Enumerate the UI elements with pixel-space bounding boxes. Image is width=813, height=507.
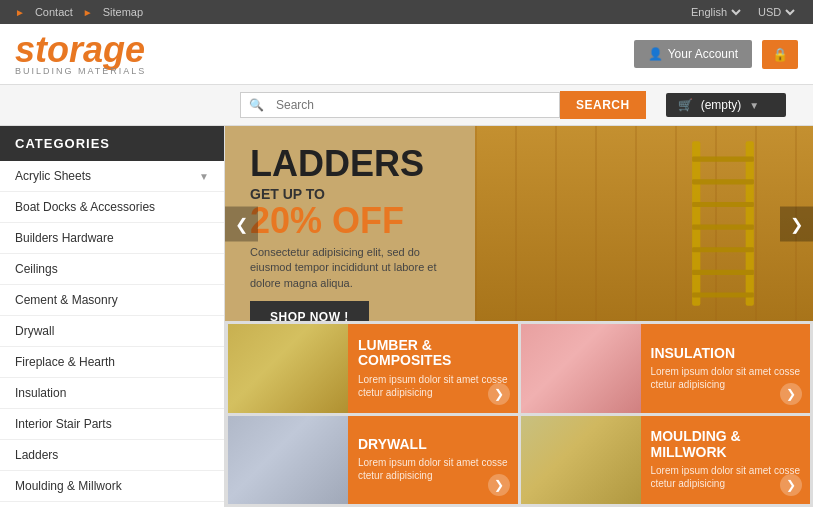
- category-label: Insulation: [15, 386, 66, 400]
- product-description: Lorem ipsum dolor sit amet cosse ctetur …: [358, 373, 508, 399]
- product-card[interactable]: LUMBER & COMPOSITES Lorem ipsum dolor si…: [228, 324, 518, 413]
- logo-subtitle: BUILDING MATERIALS: [15, 66, 146, 76]
- hero-title: LADDERS: [250, 146, 450, 182]
- lock-icon: 🔒: [772, 47, 788, 62]
- svg-rect-4: [692, 202, 754, 207]
- product-title: DRYWALL: [358, 437, 508, 452]
- hero-text: LADDERS GET UP TO 20% OFF Consectetur ad…: [225, 126, 475, 321]
- search-button[interactable]: SEARCH: [560, 91, 646, 119]
- sidebar-category-item[interactable]: Ceilings: [0, 254, 224, 285]
- product-image: [228, 324, 348, 413]
- product-card[interactable]: MOULDING & MILLWORK Lorem ipsum dolor si…: [521, 416, 811, 505]
- content-area: ❮ LADDERS GET UP TO 20% OFF Consectetur …: [225, 126, 813, 507]
- account-button[interactable]: 👤 Your Account: [634, 40, 752, 68]
- cart-icon: 🛒: [678, 98, 693, 112]
- hero-image: [475, 126, 813, 321]
- search-input[interactable]: [272, 93, 559, 117]
- product-image: [521, 416, 641, 505]
- svg-rect-0: [692, 141, 700, 306]
- product-description: Lorem ipsum dolor sit amet cosse ctetur …: [358, 456, 508, 482]
- category-label: Acrylic Sheets: [15, 169, 91, 183]
- product-card-body: LUMBER & COMPOSITES Lorem ipsum dolor si…: [348, 324, 518, 413]
- logo-brand: storage: [15, 32, 146, 68]
- top-bar: ► Contact ► Sitemap English USD: [0, 0, 813, 24]
- sidebar-category-item[interactable]: Fireplace & Hearth: [0, 347, 224, 378]
- hero-prev-button[interactable]: ❮: [225, 206, 258, 241]
- category-list: Acrylic Sheets▼Boat Docks & AccessoriesB…: [0, 161, 224, 507]
- ladder-illustration: [673, 136, 773, 311]
- header-actions: 👤 Your Account 🔒: [634, 40, 798, 69]
- product-link-arrow[interactable]: ❯: [488, 383, 510, 405]
- search-row: 🔍 SEARCH 🛒 (empty) ▼: [0, 85, 813, 126]
- svg-rect-5: [692, 225, 754, 230]
- currency-select[interactable]: USD: [754, 5, 798, 19]
- sidebar-category-item[interactable]: Interior Stair Parts: [0, 409, 224, 440]
- lock-button[interactable]: 🔒: [762, 40, 798, 69]
- svg-rect-7: [692, 270, 754, 275]
- search-wrapper: 🔍: [240, 92, 560, 118]
- cart-bar[interactable]: 🛒 (empty) ▼: [666, 93, 786, 117]
- sidebar-category-item[interactable]: Cement & Masonry: [0, 285, 224, 316]
- product-card-body: INSULATION Lorem ipsum dolor sit amet co…: [641, 324, 811, 413]
- category-label: Boat Docks & Accessories: [15, 200, 155, 214]
- header: storage BUILDING MATERIALS 👤 Your Accoun…: [0, 24, 813, 85]
- product-card[interactable]: INSULATION Lorem ipsum dolor sit amet co…: [521, 324, 811, 413]
- sidebar-category-item[interactable]: Insulation: [0, 378, 224, 409]
- expand-arrow-icon: ▼: [199, 171, 209, 182]
- product-description: Lorem ipsum dolor sit amet cosse ctetur …: [651, 464, 801, 490]
- hero-banner: ❮ LADDERS GET UP TO 20% OFF Consectetur …: [225, 126, 813, 321]
- person-icon: 👤: [648, 47, 663, 61]
- top-bar-nav: ► Contact ► Sitemap: [15, 6, 143, 18]
- sidebar-category-item[interactable]: Ladders: [0, 440, 224, 471]
- product-title: LUMBER & COMPOSITES: [358, 338, 508, 369]
- sitemap-link[interactable]: Sitemap: [103, 6, 143, 18]
- product-card-body: MOULDING & MILLWORK Lorem ipsum dolor si…: [641, 416, 811, 505]
- svg-rect-8: [692, 292, 754, 297]
- sidebar-category-item[interactable]: Builders Hardware: [0, 223, 224, 254]
- sidebar-category-item[interactable]: Drywall: [0, 316, 224, 347]
- shop-now-button[interactable]: SHOP NOW !: [250, 301, 369, 321]
- search-icon: 🔍: [241, 93, 272, 117]
- contact-arrow-icon: ►: [15, 7, 25, 18]
- cart-dropdown-icon: ▼: [749, 100, 759, 111]
- svg-rect-6: [692, 247, 754, 252]
- category-label: Moulding & Millwork: [15, 479, 122, 493]
- svg-rect-1: [746, 141, 754, 306]
- cart-label: (empty): [701, 98, 742, 112]
- product-card[interactable]: DRYWALL Lorem ipsum dolor sit amet cosse…: [228, 416, 518, 505]
- category-label: Cement & Masonry: [15, 293, 118, 307]
- sitemap-arrow-icon: ►: [83, 7, 93, 18]
- hero-description: Consectetur adipisicing elit, sed do eiu…: [250, 245, 450, 291]
- product-title: INSULATION: [651, 346, 801, 361]
- hero-discount: 20% OFF: [250, 203, 450, 239]
- sidebar-category-item[interactable]: Boat Docks & Accessories: [0, 192, 224, 223]
- product-description: Lorem ipsum dolor sit amet cosse ctetur …: [651, 365, 801, 391]
- category-label: Interior Stair Parts: [15, 417, 112, 431]
- product-link-arrow[interactable]: ❯: [780, 383, 802, 405]
- product-link-arrow[interactable]: ❯: [488, 474, 510, 496]
- product-image: [228, 416, 348, 505]
- categories-header: CATEGORIES: [0, 126, 224, 161]
- hero-next-button[interactable]: ❯: [780, 206, 813, 241]
- category-label: Ladders: [15, 448, 58, 462]
- contact-link[interactable]: Contact: [35, 6, 73, 18]
- category-label: Builders Hardware: [15, 231, 114, 245]
- category-label: Drywall: [15, 324, 54, 338]
- account-label: Your Account: [668, 47, 738, 61]
- top-bar-settings: English USD: [687, 5, 798, 19]
- product-grid: LUMBER & COMPOSITES Lorem ipsum dolor si…: [225, 321, 813, 507]
- svg-rect-3: [692, 179, 754, 184]
- product-link-arrow[interactable]: ❯: [780, 474, 802, 496]
- svg-rect-2: [692, 157, 754, 162]
- logo: storage BUILDING MATERIALS: [15, 32, 146, 76]
- sidebar-category-item[interactable]: Roofing & Gutters: [0, 502, 224, 507]
- product-title: MOULDING & MILLWORK: [651, 429, 801, 460]
- product-image: [521, 324, 641, 413]
- sidebar-category-item[interactable]: Moulding & Millwork: [0, 471, 224, 502]
- main-layout: CATEGORIES Acrylic Sheets▼Boat Docks & A…: [0, 126, 813, 507]
- sidebar-category-item[interactable]: Acrylic Sheets▼: [0, 161, 224, 192]
- sidebar: CATEGORIES Acrylic Sheets▼Boat Docks & A…: [0, 126, 225, 507]
- language-select[interactable]: English: [687, 5, 744, 19]
- category-label: Fireplace & Hearth: [15, 355, 115, 369]
- category-label: Ceilings: [15, 262, 58, 276]
